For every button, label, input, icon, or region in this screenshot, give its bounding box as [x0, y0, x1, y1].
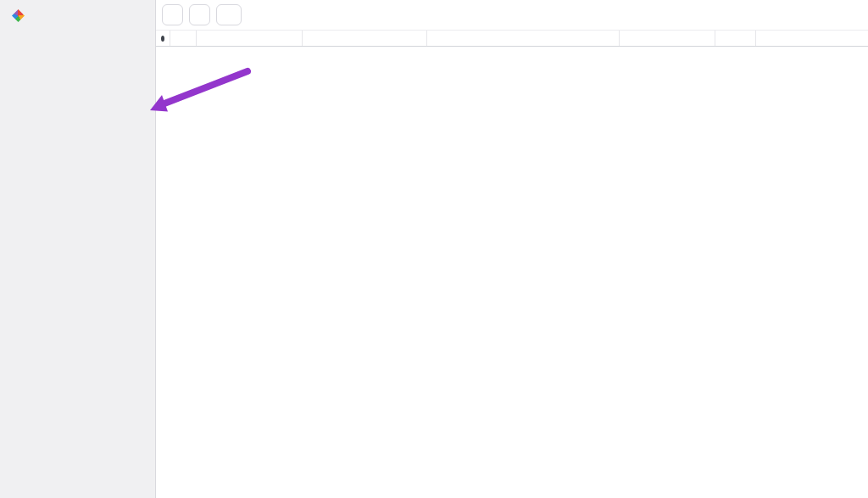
paper-table — [156, 47, 868, 498]
table-header — [156, 30, 868, 47]
column-header-authors[interactable] — [197, 31, 303, 46]
column-header-last-read[interactable] — [756, 31, 868, 46]
column-header-journal[interactable] — [303, 31, 427, 46]
column-header-title[interactable] — [427, 31, 620, 46]
app-menu[interactable] — [0, 0, 155, 30]
main-panel — [156, 0, 868, 498]
toolbar — [156, 0, 868, 30]
read-dot-icon — [161, 36, 164, 42]
papers-logo-icon — [12, 9, 25, 22]
app-window — [0, 0, 868, 498]
columns-button[interactable] — [162, 4, 183, 25]
column-header-year[interactable] — [715, 31, 756, 46]
column-header-attachment[interactable] — [170, 31, 197, 46]
my-library-section-label — [0, 30, 155, 45]
add-button[interactable] — [216, 4, 242, 25]
shared-libraries-section-label — [0, 45, 155, 60]
search-input[interactable] — [261, 8, 861, 22]
filter-button[interactable] — [189, 4, 210, 25]
column-header-last-author[interactable] — [620, 31, 715, 46]
library-search — [248, 8, 861, 22]
column-header-read-status[interactable] — [156, 31, 170, 46]
sidebar — [0, 0, 156, 498]
